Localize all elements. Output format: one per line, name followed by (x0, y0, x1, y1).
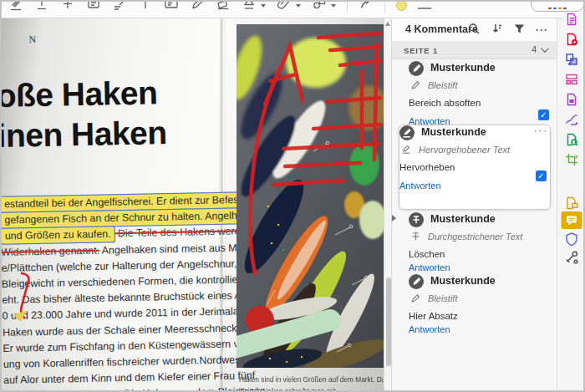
export-pdf-icon[interactable] (564, 12, 579, 27)
attach-file-icon[interactable] (277, 2, 292, 11)
stamp-icon[interactable] (242, 2, 257, 11)
comment-checkbox[interactable]: ✓ (538, 109, 549, 120)
highlighter-icon (401, 144, 412, 155)
comment-item-selected[interactable]: Musterkunde ··· Hervorgehobener Text Her… (399, 125, 551, 210)
right-triangle-icon (392, 215, 396, 221)
comment-author: Musterkunde (430, 62, 496, 74)
check-icon: ✓ (540, 111, 547, 120)
toolbar-separator (384, 2, 385, 13)
strikethrough-annotation[interactable]: Widerhaken genannt. (2, 245, 99, 258)
pill-dot (558, 8, 562, 9)
comment-tool-label: Durchgestrichener Text (428, 232, 522, 242)
pdf-page[interactable]: N oße Haken inen Haken estandteil bei de… (2, 18, 384, 392)
comment-tool-label: Bleistift (428, 293, 457, 303)
page-group-bar[interactable]: SEITE 1 4 (392, 41, 557, 59)
avatar (409, 212, 424, 227)
comment-item[interactable]: Musterkunde Bleistift Hier Absatz Antwor… (409, 274, 556, 339)
underline-icon[interactable] (34, 2, 49, 11)
edit-pdf-icon[interactable] (564, 92, 579, 107)
drawing-tools-dropdown-caret[interactable] (331, 4, 336, 8)
comment-author: Musterkunde (430, 213, 496, 225)
pencil-paragraph-annotation[interactable] (8, 268, 42, 328)
comment-author: Musterkunde (430, 275, 496, 287)
comments-panel: 4 Kommentare ··· SEITE 1 4 Musterkunde B… (391, 18, 557, 392)
lures-photo-figure (237, 24, 384, 368)
compress-pdf-icon[interactable] (564, 132, 579, 147)
reply-link[interactable]: Antworten (409, 324, 450, 334)
filter-icon[interactable] (513, 23, 526, 38)
comment-author: Musterkunde (421, 126, 486, 138)
more-tools-icon[interactable] (564, 250, 579, 265)
body-text: Angelhaken sind meist aus Metall, (99, 242, 259, 257)
comment-tool-label: Bleistift (428, 80, 457, 90)
running-header-letter: N (28, 33, 37, 46)
acrobat-window: N oße Haken inen Haken estandteil bei de… (0, 0, 585, 392)
comment-text: Hervorheben (399, 162, 455, 172)
comment-checkbox[interactable]: ✓ (536, 171, 547, 181)
pencil-icon (410, 293, 421, 303)
reply-link[interactable]: Antworten (399, 181, 441, 191)
comment-bubble-icon (566, 214, 578, 227)
highlighter-icon[interactable] (8, 2, 23, 11)
search-icon[interactable] (468, 23, 481, 38)
comment-text: Löschen (409, 249, 445, 259)
sticky-note-icon[interactable] (86, 2, 101, 11)
comment-text: Hier Absatz (409, 311, 458, 321)
strikethrough-icon (410, 231, 421, 242)
pill-dot (548, 8, 552, 9)
avatar (409, 274, 424, 289)
pencil-tool-icon[interactable] (190, 2, 205, 11)
page-group-count: 4 (532, 44, 537, 54)
tools-rail (557, 2, 585, 392)
check-icon: ✓ (537, 172, 544, 181)
scrollbar-thumb[interactable] (386, 277, 391, 366)
attach-dropdown-caret[interactable] (296, 4, 301, 8)
eraser-icon[interactable] (216, 2, 231, 11)
pill-dot (563, 8, 567, 9)
document-heading-line1: oße Haken (2, 74, 158, 115)
strikethrough-icon[interactable] (60, 2, 75, 11)
crop-pages-icon[interactable] (564, 152, 579, 167)
avatar (409, 61, 424, 76)
body-line: 000 Jahre datiert wurden. Die Haken aus … (3, 385, 266, 392)
photo-caption-line2: kleinen Haken schreibt man mit (239, 387, 383, 392)
comment-item[interactable]: Musterkunde Durchgestrichener Text Lösch… (409, 212, 556, 274)
drawing-tools-icon[interactable] (312, 2, 327, 11)
panel-collapse-handle[interactable] (390, 207, 398, 229)
sort-comments-icon[interactable] (491, 23, 503, 38)
page-group-label: SEITE 1 (404, 46, 438, 55)
combine-files-icon[interactable] (564, 52, 579, 67)
comment-text: Bereich absoften (409, 98, 481, 108)
highlight-annotation[interactable]: und Größen zu kaufen. (2, 226, 115, 245)
cutoff-top-button[interactable] (531, 0, 584, 12)
stamp-dropdown-caret[interactable] (261, 4, 266, 8)
pencil-icon (410, 79, 421, 90)
insert-text-icon[interactable] (138, 2, 153, 11)
text-box-icon[interactable] (164, 2, 179, 11)
organize-pages-icon[interactable] (564, 72, 579, 87)
comments-tool-active[interactable] (562, 211, 582, 229)
fill-and-sign-icon[interactable] (564, 112, 579, 127)
comment-tool-label: Hervorgehobener Text (419, 145, 510, 155)
document-text-column: N oße Haken inen Haken estandteil bei de… (2, 19, 246, 24)
comments-panel-header: 4 Kommentare ··· (392, 18, 557, 42)
body-line: Haken wurde aus der Schale einer Meeress… (3, 322, 270, 339)
chevron-down-icon[interactable] (541, 44, 549, 53)
replace-text-icon[interactable] (112, 2, 127, 11)
comment-item[interactable]: Musterkunde Bleistift Bereich absoften ✓… (409, 61, 556, 130)
avatar (399, 125, 415, 140)
request-signatures-icon[interactable] (564, 196, 579, 211)
scroll-up-arrow[interactable] (385, 22, 390, 26)
create-pdf-icon[interactable] (564, 32, 579, 47)
body-line: auf Alor unter dem Kinn und dem Kiefer e… (3, 369, 255, 386)
protect-icon[interactable] (564, 232, 579, 247)
color-swatch-yellow-icon[interactable] (396, 2, 407, 11)
photo-caption-line1: Haken sind in vielen Größen auf dem Mark… (239, 375, 383, 384)
line-weight-icon[interactable] (418, 8, 431, 9)
annotation-toolbar (2, 2, 563, 18)
panel-options-icon[interactable]: ··· (536, 24, 548, 37)
comment-options-icon[interactable]: ··· (534, 124, 549, 136)
reply-link[interactable]: Antworten (409, 262, 450, 272)
share-arrow-icon[interactable] (359, 2, 374, 11)
body-line: Er wurde zum Fischfang in den Küstengewä… (3, 338, 270, 354)
